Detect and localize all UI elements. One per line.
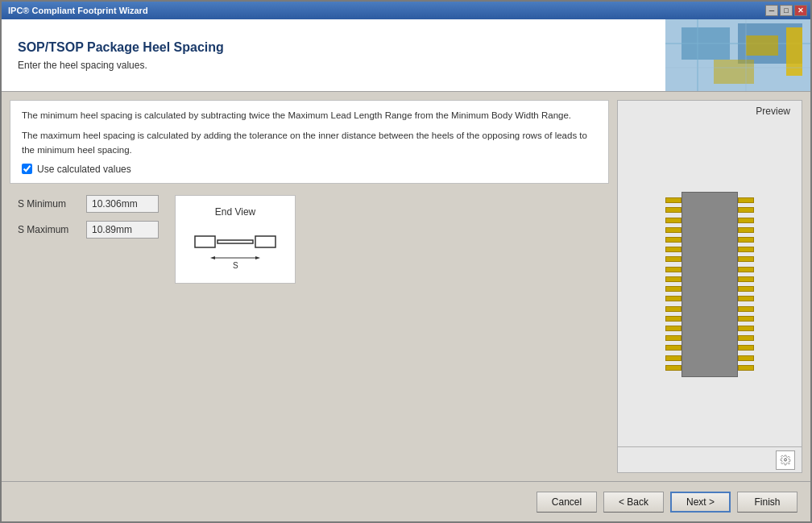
ic-lead [665,256,682,262]
ic-lead [738,256,754,262]
ic-lead [665,218,682,223]
ic-leads-right [738,196,754,373]
title-bar-buttons: ─ □ ✕ [765,5,807,16]
use-calculated-checkbox[interactable] [22,164,32,174]
ic-lead [665,267,682,272]
svg-rect-10 [195,236,215,247]
use-calculated-values-row[interactable]: Use calculated values [22,164,597,175]
s-minimum-label: S Minimum [18,198,78,210]
ic-lead [665,207,682,213]
description-line1: The minimum heel spacing is calculated b… [22,109,597,122]
settings-tool-button[interactable] [776,450,795,470]
back-button[interactable]: < Back [603,492,664,513]
end-view-diagram: End View S [175,195,296,284]
page-title: SOP/TSOP Package Heel Spacing [18,40,649,55]
svg-point-17 [785,459,787,461]
left-panel: The minimum heel spacing is calculated b… [10,100,609,473]
header-image [665,19,810,91]
ic-body [682,192,738,377]
svg-rect-6 [786,27,802,76]
s-maximum-input[interactable] [86,221,159,239]
settings-icon [780,455,791,466]
ic-lead [738,247,754,252]
footer: Cancel < Back Next > Finish [2,481,810,521]
fields-section: S Minimum S Maximum [18,195,159,239]
finish-button[interactable]: Finish [737,492,798,513]
ic-lead [665,296,682,301]
end-view-svg: S [187,224,284,272]
ic-lead [665,355,682,361]
cancel-button[interactable]: Cancel [536,492,597,513]
content-area: SOP/TSOP Package Heel Spacing Enter the … [2,19,810,521]
ic-lead [665,365,682,371]
ic-lead [665,237,682,243]
main-window: IPC® Compliant Footprint Wizard ─ □ ✕ SO… [0,0,812,523]
s-minimum-row: S Minimum [18,195,159,213]
svg-rect-12 [218,240,253,243]
svg-rect-11 [255,236,276,247]
ic-lead [738,365,754,371]
close-button[interactable]: ✕ [794,5,807,16]
ic-chip [665,188,754,381]
ic-lead [738,326,754,331]
right-panel: Preview [617,100,802,473]
ic-lead [738,197,754,203]
ic-lead [738,316,754,322]
ic-lead [738,267,754,272]
s-minimum-input[interactable] [86,195,159,213]
ic-lead [665,286,682,292]
next-button[interactable]: Next > [670,492,731,513]
svg-rect-7 [714,60,754,84]
s-maximum-label: S Maximum [18,224,78,235]
svg-text:S: S [233,261,238,270]
ic-lead [738,218,754,223]
description-box: The minimum heel spacing is calculated b… [10,100,609,184]
description-line2: The maximum heel spacing is calculated b… [22,129,597,157]
header-text-area: SOP/TSOP Package Heel Spacing Enter the … [2,19,665,91]
diagram-title: End View [215,206,255,218]
ic-lead [665,345,682,351]
svg-rect-5 [746,35,778,56]
minimize-button[interactable]: ─ [765,5,778,16]
ic-lead [738,286,754,292]
window-title: IPC® Compliant Footprint Wizard [8,6,148,15]
use-calculated-label[interactable]: Use calculated values [37,164,131,175]
maximize-button[interactable]: □ [780,5,793,16]
tool-icon-bar [618,446,802,472]
ic-lead [738,207,754,213]
s-maximum-row: S Maximum [18,221,159,239]
main-content: The minimum heel spacing is calculated b… [2,92,810,481]
ic-lead [738,355,754,361]
ic-lead [665,197,682,203]
title-bar: IPC® Compliant Footprint Wizard ─ □ ✕ [2,2,810,19]
ic-leads-left [665,196,682,373]
circuit-graphic [665,19,810,91]
ic-lead [738,345,754,351]
ic-lead [665,326,682,331]
ic-lead [665,306,682,312]
ic-lead [738,296,754,301]
fields-and-diagram: S Minimum S Maximum End View [10,195,609,284]
ic-preview [618,122,802,446]
page-subtitle: Enter the heel spacing values. [18,60,649,71]
ic-lead [738,276,754,282]
preview-label: Preview [756,101,802,122]
svg-marker-15 [255,256,260,259]
ic-lead [738,227,754,233]
ic-lead [665,316,682,322]
ic-lead [665,227,682,233]
ic-lead [738,335,754,341]
ic-lead [738,237,754,243]
ic-lead [665,276,682,282]
ic-lead [665,335,682,341]
header-banner: SOP/TSOP Package Heel Spacing Enter the … [2,19,810,92]
ic-lead [665,247,682,252]
ic-lead [738,306,754,312]
svg-marker-14 [210,256,215,259]
